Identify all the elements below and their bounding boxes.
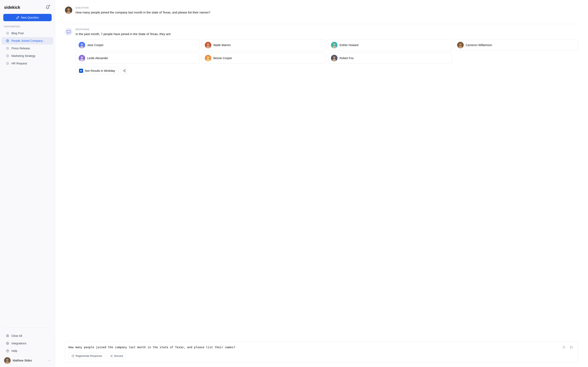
regenerate-label: Regenerate Response <box>76 354 102 358</box>
person-card-jane-cooper[interactable]: Jane Cooper <box>76 40 200 50</box>
response-text: In the past month, 7 people have joined … <box>76 32 578 36</box>
chat-icon <box>6 31 9 35</box>
pencil-icon <box>16 16 19 19</box>
notification-badge <box>48 4 51 7</box>
people-grid: Jane Cooper Wade Warren Esther Howard <box>76 40 578 64</box>
sidebar-header: sidekick <box>0 0 55 14</box>
svg-point-25 <box>81 43 83 45</box>
person-name: Wade Warren <box>213 43 231 47</box>
chat-area: QUESTION How many people joined the comp… <box>55 0 588 337</box>
response-block: RESPONSE In the past month, 7 people hav… <box>65 28 578 75</box>
svg-point-29 <box>206 46 210 48</box>
svg-point-2 <box>6 40 9 42</box>
sidebar-divider <box>3 328 52 328</box>
clear-all-button[interactable]: Clear All <box>2 332 53 340</box>
chat-icon <box>6 62 9 65</box>
discard-label: Discard <box>114 354 123 358</box>
response-avatar <box>65 28 72 35</box>
svg-point-28 <box>207 43 209 45</box>
person-card-leslie-alexander[interactable]: Leslie Alexander <box>76 53 200 64</box>
workday-icon: W <box>79 69 83 73</box>
svg-point-32 <box>332 46 336 48</box>
svg-point-7 <box>7 55 8 57</box>
sidebar-nav: Favourites Blog Post People Joined Compa… <box>0 25 55 325</box>
svg-point-31 <box>333 43 335 45</box>
send-button[interactable] <box>569 344 575 350</box>
discard-button[interactable]: Discard <box>107 353 126 359</box>
new-question-button[interactable]: New Question <box>3 14 52 21</box>
response-label: RESPONSE <box>76 28 578 31</box>
input-box: Regenerate Response Discard <box>65 341 578 362</box>
question-input[interactable] <box>68 346 559 349</box>
share-button[interactable] <box>121 67 128 75</box>
person-name: Cameron Williamson <box>466 43 492 47</box>
svg-point-37 <box>81 57 83 58</box>
input-row <box>68 344 575 350</box>
input-actions <box>561 344 575 350</box>
person-name: Leslie Alexander <box>87 57 108 60</box>
person-card-esther-howard[interactable]: Esther Howard <box>328 40 452 50</box>
sidebar-item-press-release[interactable]: Press Release <box>2 45 53 52</box>
svg-point-19 <box>6 359 8 361</box>
question-label: QUESTION <box>76 7 578 9</box>
notification-button[interactable] <box>44 4 51 11</box>
clear-all-icon <box>6 334 9 338</box>
response-body: RESPONSE In the past month, 7 people hav… <box>76 28 578 75</box>
user-profile-row[interactable]: Matthew Skiles ··· <box>0 355 55 367</box>
user-name: Matthew Skiles <box>13 359 46 362</box>
person-avatar <box>205 55 211 61</box>
share-icon <box>123 69 126 72</box>
person-card-cameron-williamson[interactable]: Cameron Williamson <box>454 40 578 50</box>
svg-point-1 <box>7 33 8 34</box>
close-icon <box>110 355 113 357</box>
sidebar-item-blog-post[interactable]: Blog Post <box>2 30 53 37</box>
svg-point-38 <box>80 59 84 61</box>
svg-point-8 <box>6 62 9 65</box>
input-area: Regenerate Response Discard <box>55 337 588 367</box>
user-menu-icon[interactable]: ··· <box>48 359 51 363</box>
svg-point-4 <box>6 47 9 50</box>
question-body: QUESTION How many people joined the comp… <box>76 7 578 18</box>
person-card-bessie-cooper[interactable]: Bessie Cooper <box>202 53 326 64</box>
settings-icon <box>562 345 566 349</box>
svg-point-35 <box>458 46 462 48</box>
user-question-avatar <box>65 7 72 14</box>
svg-point-5 <box>7 48 8 49</box>
integrations-button[interactable]: Integrations <box>2 340 53 347</box>
svg-text:?: ? <box>7 350 8 352</box>
regenerate-button[interactable]: Regenerate Response <box>68 353 105 359</box>
clear-all-label: Clear All <box>11 334 22 337</box>
svg-point-6 <box>6 55 9 57</box>
sidebar-item-label: Blog Post <box>11 32 24 35</box>
person-avatar <box>331 55 337 61</box>
person-name: Bessie Cooper <box>213 57 232 60</box>
integrations-label: Integrations <box>11 342 26 345</box>
svg-point-45 <box>563 347 564 348</box>
person-avatar <box>79 42 85 48</box>
svg-point-9 <box>7 63 8 64</box>
svg-point-40 <box>207 57 209 58</box>
sidebar-item-hr-request[interactable]: HR Request <box>2 60 53 67</box>
svg-point-0 <box>6 32 9 34</box>
sidebar-item-marketing-strategy[interactable]: Marketing Strategy <box>2 52 53 59</box>
svg-point-43 <box>333 57 335 58</box>
chat-active-icon <box>6 39 9 43</box>
input-bottom-row: Regenerate Response Discard <box>68 353 575 359</box>
help-icon: ? <box>6 349 9 353</box>
settings-button[interactable] <box>561 344 567 350</box>
sidebar-bottom: Clear All Integrations ? Help <box>0 330 55 355</box>
person-name: Esther Howard <box>339 43 359 47</box>
help-button[interactable]: ? Help <box>2 347 53 355</box>
workday-button[interactable]: W See Results in Workday <box>76 67 119 75</box>
person-card-wade-warren[interactable]: Wade Warren <box>202 40 326 50</box>
svg-point-26 <box>80 46 84 48</box>
integrations-icon <box>6 342 9 345</box>
chat-icon <box>6 47 9 50</box>
person-avatar <box>205 42 211 48</box>
chat-bubble-icon <box>67 30 71 34</box>
sidebar-item-label: HR Request <box>11 62 27 65</box>
sidebar-item-people-joined[interactable]: People Joined Company... <box>2 37 53 44</box>
person-card-robert-fox[interactable]: Robert Fox <box>328 53 452 64</box>
person-name: Jane Cooper <box>87 43 104 47</box>
question-block: QUESTION How many people joined the comp… <box>65 7 578 18</box>
